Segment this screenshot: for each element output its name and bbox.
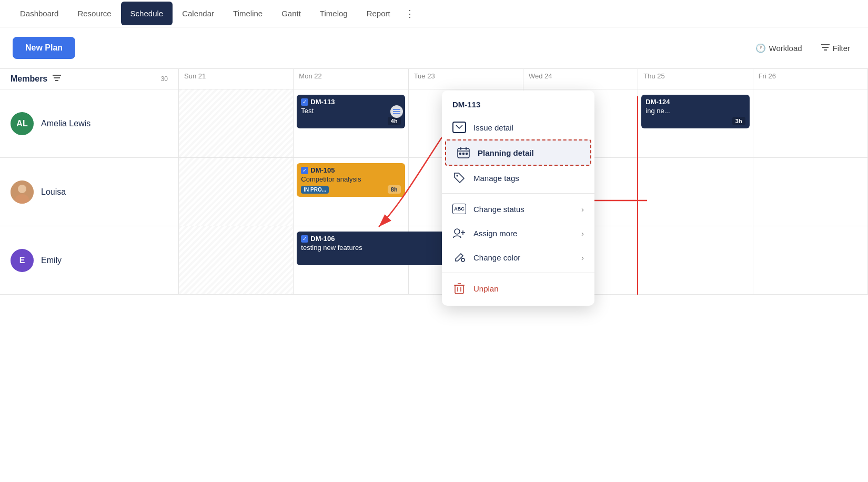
nav-item-schedule[interactable]: Schedule xyxy=(121,2,173,25)
menu-item-change-color[interactable]: Change color › xyxy=(442,245,594,269)
task-name-dm113: Test xyxy=(301,107,400,115)
svg-point-25 xyxy=(461,258,465,262)
svg-rect-19 xyxy=(462,153,465,155)
task-footer-dm105: IN PRO... 8h xyxy=(301,185,400,194)
avatar-amelia: AL xyxy=(11,112,34,135)
task-menu-btn-dm113[interactable] xyxy=(390,105,403,118)
member-row-emily: E Emily ✓ DM-106 testing new features xyxy=(0,226,868,295)
menu-label-manage-tags: Manage tags xyxy=(473,174,519,183)
svg-point-22 xyxy=(455,229,460,234)
member-name-emily: Emily xyxy=(41,256,62,265)
member-row-louisa: Louisa ✓ DM-105 Competitor analysis IN P… xyxy=(0,158,868,226)
members-column-header: Members 30 xyxy=(0,69,179,89)
menu-label-change-status: Change status xyxy=(473,205,524,214)
schedule-area: Members 30 Sun 21 Mon 22 xyxy=(0,69,868,295)
color-icon xyxy=(452,250,466,264)
menu-item-change-status[interactable]: ABC Change status › xyxy=(442,197,594,221)
members-filter-icon[interactable] xyxy=(53,74,61,84)
task-status-dm105: IN PRO... xyxy=(301,186,329,194)
task-card-dm105-header: ✓ DM-105 xyxy=(301,166,400,174)
member-info-louisa: Louisa xyxy=(0,158,179,226)
avatar-emily: E xyxy=(11,249,34,272)
nav-item-report[interactable]: Report xyxy=(357,2,400,25)
cell-louisa-thu25 xyxy=(638,158,753,226)
nav-item-gantt[interactable]: Gantt xyxy=(272,2,310,25)
schedule-header: Members 30 Sun 21 Mon 22 xyxy=(0,69,868,89)
svg-point-21 xyxy=(457,175,458,177)
cell-louisa-sun21 xyxy=(179,158,294,226)
days-header: Sun 21 Mon 22 Tue 23 Wed 24 Thu 25 Fri 2… xyxy=(179,69,868,89)
cell-emily-thu25 xyxy=(638,226,753,294)
nav-item-dashboard[interactable]: Dashboard xyxy=(11,2,68,25)
menu-item-manage-tags[interactable]: Manage tags xyxy=(442,166,594,190)
filter-icon xyxy=(821,44,830,53)
member-info-emily: E Emily xyxy=(0,226,179,294)
svg-rect-26 xyxy=(455,285,463,294)
menu-item-assign-more[interactable]: Assign more › xyxy=(442,221,594,245)
menu-label-change-color: Change color xyxy=(473,253,520,262)
box-icon xyxy=(452,120,466,134)
cell-louisa-mon22: ✓ DM-105 Competitor analysis IN PRO... 8… xyxy=(294,158,408,226)
task-card-dm124-header: DM-124 xyxy=(645,98,745,106)
task-name-dm105: Competitor analysis xyxy=(301,175,400,183)
menu-label-unplan: Unplan xyxy=(473,284,499,293)
svg-point-10 xyxy=(18,185,26,193)
members-label: Members xyxy=(11,74,47,84)
svg-rect-18 xyxy=(459,153,461,155)
day-col-wed24: Wed 24 xyxy=(523,69,638,89)
workload-button[interactable]: 🕐 Workload xyxy=(750,40,808,56)
today-line xyxy=(637,96,638,295)
trash-icon xyxy=(452,282,466,295)
main-content: New Plan 🕐 Workload Filter Members xyxy=(0,27,868,482)
day-col-tue23: Tue 23 xyxy=(409,69,523,89)
task-footer-dm113: 4h xyxy=(301,117,400,125)
nav-more-button[interactable]: ⋮ xyxy=(400,1,420,27)
filter-button[interactable]: Filter xyxy=(816,41,855,56)
cell-amelia-fri26 xyxy=(753,89,868,157)
new-plan-button[interactable]: New Plan xyxy=(13,37,75,59)
cell-emily-fri26 xyxy=(753,226,868,294)
clock-icon: 🕐 xyxy=(755,43,766,53)
divider-1 xyxy=(442,193,594,194)
svg-rect-20 xyxy=(466,153,468,155)
menu-item-issue-detail[interactable]: Issue detail xyxy=(442,115,594,139)
toolbar: New Plan 🕐 Workload Filter xyxy=(0,27,868,69)
menu-label-issue-detail: Issue detail xyxy=(473,123,513,132)
top-nav: Dashboard Resource Schedule Calendar Tim… xyxy=(0,0,868,27)
task-check-dm105: ✓ xyxy=(301,167,308,174)
day-label-fri26: Fri 26 xyxy=(759,72,776,80)
nav-item-resource[interactable]: Resource xyxy=(68,2,120,25)
abc-icon: ABC xyxy=(452,202,466,216)
member-name-amelia: Amelia Lewis xyxy=(41,119,90,128)
menu-item-planning-detail[interactable]: Planning detail xyxy=(445,139,591,166)
chevron-change-status: › xyxy=(581,205,584,214)
day-col-sun21: Sun 21 xyxy=(179,69,294,89)
day-col-thu25: Thu 25 xyxy=(638,69,753,89)
nav-item-timeline[interactable]: Timeline xyxy=(224,2,272,25)
day-col-fri26: Fri 26 xyxy=(753,69,868,89)
nav-item-calendar[interactable]: Calendar xyxy=(173,2,224,25)
task-id-dm106: DM-106 xyxy=(310,235,335,243)
tag-icon xyxy=(452,171,466,185)
task-card-dm105[interactable]: ✓ DM-105 Competitor analysis IN PRO... 8… xyxy=(297,163,405,197)
cell-louisa-fri26 xyxy=(753,158,868,226)
member-row-amelia: AL Amelia Lewis ✓ DM-113 Test xyxy=(0,89,868,158)
task-check-dm106: ✓ xyxy=(301,235,308,243)
day-label-thu25: Thu 25 xyxy=(643,72,664,80)
chevron-assign-more: › xyxy=(581,229,584,238)
filter-label: Filter xyxy=(833,44,850,53)
task-id-dm124: DM-124 xyxy=(645,98,670,106)
task-hours-dm105: 8h xyxy=(388,185,401,194)
nav-item-timelog[interactable]: Timelog xyxy=(310,2,357,25)
task-hours-dm124: 3h xyxy=(732,117,745,125)
member-info-amelia: AL Amelia Lewis xyxy=(0,89,179,157)
task-card-dm124[interactable]: DM-124 ing ne... 3h xyxy=(641,95,749,128)
task-footer-dm124: 3h xyxy=(645,117,745,125)
day-label-wed24: Wed 24 xyxy=(529,72,552,80)
member-name-louisa: Louisa xyxy=(41,187,66,197)
task-card-dm113[interactable]: ✓ DM-113 Test 4h xyxy=(297,95,405,128)
avatar-louisa xyxy=(11,180,34,204)
task-check-dm113: ✓ xyxy=(301,98,308,106)
menu-item-unplan[interactable]: Unplan xyxy=(442,276,594,300)
cell-amelia-sun21 xyxy=(179,89,294,157)
